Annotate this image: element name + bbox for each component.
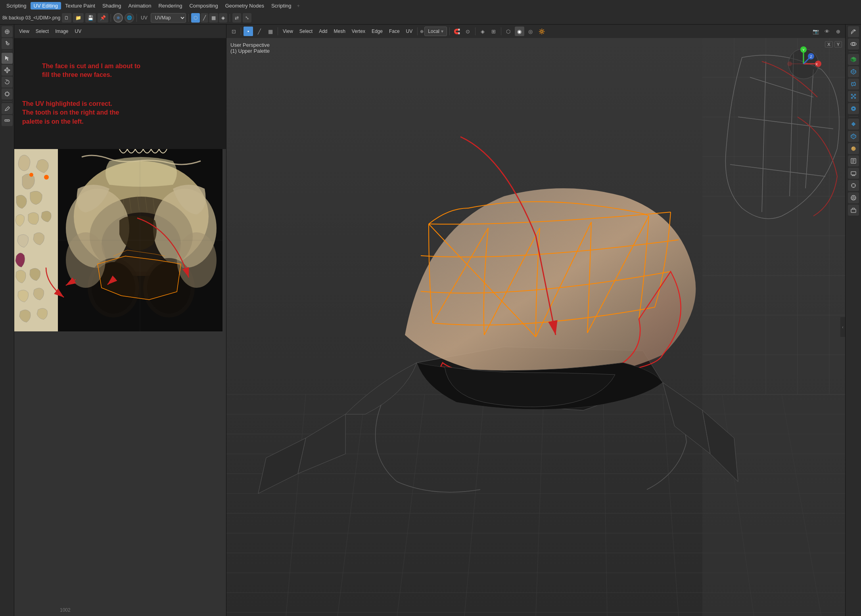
menu-rendering[interactable]: Rendering [155,2,185,10]
menu-uv-editing[interactable]: UV Editing [31,2,61,10]
scale-tool-btn[interactable] [2,88,13,99]
object-data2-btn[interactable] [848,131,859,142]
annotate-btn[interactable] [2,103,13,114]
svg-point-124 [851,147,855,151]
pin-btn[interactable]: 📌 [98,13,108,23]
svg-rect-65 [702,38,845,616]
material-properties-btn[interactable] [848,143,859,154]
viewport-content[interactable]: User Perspective (1) Upper Palette X Y X [226,38,845,616]
uv-select-menu[interactable]: Select [33,28,51,35]
new-file-btn[interactable]: 🗋 [62,13,71,23]
hide-overlays-btn[interactable]: 👁 [822,27,832,36]
proportional-btn[interactable]: ⊙ [463,27,473,36]
separator4 [230,14,230,22]
svg-marker-3 [5,56,9,61]
viewport-3d[interactable]: ⊡ • ╱ ▦ View Select Add Mesh Vertex Edge… [226,25,845,616]
3d-add-menu[interactable]: Add [316,28,330,35]
uv-viewport[interactable]: The face is cut and I am about tofill th… [14,38,226,616]
edge-mode-btn[interactable]: ╱ [255,27,264,36]
wireframe-btn[interactable]: ⬡ [504,27,513,36]
world-properties-btn[interactable] [848,192,859,203]
overlay-btn[interactable]: ◈ [478,27,487,36]
main-texture-area[interactable] [58,149,222,331]
island-select-btn[interactable]: ◈ [219,13,227,23]
menu-texture-paint[interactable]: Texture Paint [62,2,98,10]
3d-face-menu[interactable]: Face [387,28,402,35]
svg-marker-9 [9,69,10,71]
particles-btn[interactable] [848,91,859,102]
solid-btn[interactable]: ◉ [515,27,524,36]
menu-scripting2[interactable]: Scripting [268,2,295,10]
move-tool-btn[interactable] [2,65,13,76]
3d-edge-menu[interactable]: Edge [369,28,385,35]
object-icon-btn[interactable] [848,54,859,65]
object-data-btn[interactable] [848,66,859,77]
3d-select-menu[interactable]: Select [297,28,315,35]
vertex-select-btn[interactable]: ⬡ [191,13,200,23]
save-file-btn[interactable]: 💾 [85,13,96,23]
menu-geometry-nodes[interactable]: Geometry Nodes [222,2,267,10]
x-axis-btn[interactable]: X [825,41,832,48]
svg-point-125 [851,147,853,149]
collection-btn[interactable] [848,205,859,216]
navigate-btn[interactable] [2,26,13,37]
grab-btn[interactable] [2,38,13,49]
separator2 [136,14,137,22]
modifier-btn[interactable] [848,78,859,90]
uv-editor-toolbar: View Select Image UV [14,25,226,38]
camera-icon[interactable]: 📷 [811,27,821,36]
viewport-3d-toolbar: ⊡ • ╱ ▦ View Select Add Mesh Vertex Edge… [226,25,845,38]
tools-panel-btn[interactable] [848,26,859,37]
menu-compositing[interactable]: Compositing [186,2,221,10]
svg-text:X: X [815,62,818,66]
constraints-btn[interactable] [848,119,859,130]
uv-uv-menu[interactable]: UV [73,28,84,35]
svg-text:Y: Y [802,48,805,52]
snap-btn[interactable]: 🧲 [452,27,462,36]
uvmap-dropdown[interactable]: UVMap [151,13,186,23]
uv-orange-dot [44,175,49,180]
rotate-tool-btn[interactable] [2,77,13,88]
ruler-btn[interactable] [2,115,13,126]
menu-animation[interactable]: Animation [125,2,155,10]
menu-scripting[interactable]: Scripting [3,2,30,10]
uv-orange-dot2 [29,173,33,177]
material-btn[interactable]: ◎ [526,27,535,36]
uv-image-menu[interactable]: Image [53,28,71,35]
y-axis-btn[interactable]: Y [834,41,842,48]
right-divider2 [849,116,858,117]
svg-rect-10 [6,92,9,96]
sync-btn[interactable]: ⇄ [232,13,241,23]
face-mode-btn[interactable]: ▦ [266,27,275,36]
uv-editor-panel: View Select Image UV The face is cut and… [14,25,226,616]
uv-view-menu[interactable]: View [17,28,32,35]
3d-view-menu[interactable]: View [280,28,295,35]
gizmo-toggle-btn[interactable]: ⊕ [833,27,843,36]
face-select-btn[interactable]: ▦ [209,13,218,23]
physics-btn[interactable] [848,103,859,114]
right-divider [849,52,858,52]
3d-mesh-menu[interactable]: Mesh [332,28,348,35]
nav-gizmo[interactable]: X Y Z [786,46,821,82]
3d-vertex-menu[interactable]: Vertex [349,28,368,35]
view-panel-btn[interactable] [848,38,859,50]
svg-point-117 [854,98,855,99]
rendered-btn[interactable]: 🔆 [537,27,547,36]
sep3 [417,27,418,35]
stretch-btn[interactable]: ⤡ [243,13,251,23]
sep5 [475,27,476,35]
vertex-mode-btn[interactable]: • [244,27,253,36]
sidebar-toggle-btn[interactable]: ‹ [840,317,845,337]
scene-properties-btn[interactable] [848,180,859,191]
xray-btn[interactable]: ⊞ [489,27,499,36]
select-tool-btn[interactable] [2,53,13,64]
menu-shading[interactable]: Shading [99,2,125,10]
render-properties-btn[interactable] [848,155,859,166]
svg-marker-7 [6,72,8,73]
viewport-mode-btn[interactable]: ⊡ [229,27,238,36]
output-properties-btn[interactable] [848,168,859,179]
open-file-btn[interactable]: 📁 [73,13,84,23]
orientation-dropdown[interactable]: Local ▾ [424,27,447,36]
edge-select-btn[interactable]: ╱ [201,13,208,23]
3d-uv-menu[interactable]: UV [404,28,415,35]
